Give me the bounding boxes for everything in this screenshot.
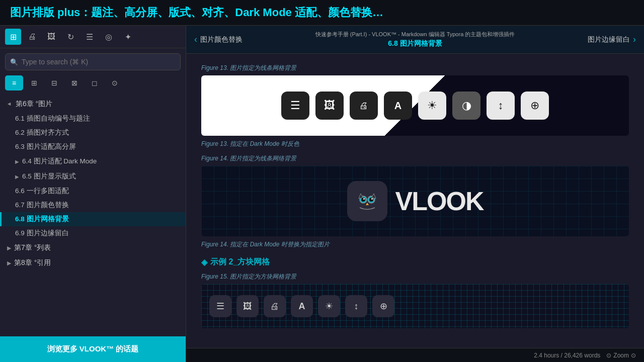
toc-item-6-2[interactable]: 6.2 插图对齐方式	[0, 126, 186, 140]
refresh-icon[interactable]: ↻	[62, 29, 78, 45]
chevron-right-icon-3: ▶	[7, 245, 11, 251]
toc-chapter-8[interactable]: ▶ 第8章 °引用	[0, 255, 186, 270]
fig13a-label: Figure 13. 图片指定为线条网格背景	[201, 64, 629, 72]
filter-tabs: ≡ ⊞ ⊟ ⊠ ◻ ⊙	[0, 75, 186, 95]
status-bar: 2.4 hours / 26,426 words ⊙ Zoom ⊙	[186, 348, 644, 362]
bottom-icon-1: ☰	[209, 295, 231, 317]
content-area: ‹ 图片颜色替换 快速参考手册 (Part.I) - VLOOK™ - Mark…	[186, 26, 644, 362]
fig14b-label: Figure 14. 指定在 Dark Mode 时替换为指定图片	[201, 240, 629, 249]
toc: ▼ 第6章 °图片 6.1 插图自动编号与题注 6.2 插图对齐方式 6.3 图…	[0, 95, 186, 336]
toc-item-6-9[interactable]: 6.9 图片边缘留白	[0, 226, 186, 240]
bottom-icon-2: 🖼	[236, 295, 259, 317]
chevron-right-icon-4: ▶	[7, 260, 11, 266]
nav-prev-arrow: ‹	[194, 34, 197, 45]
chevron-right-icon-2: ▶	[15, 174, 19, 179]
section2-heading: ◈ 示例 2_方块网格	[201, 257, 629, 267]
tab-image[interactable]: ⊞	[25, 75, 43, 90]
print-icon[interactable]: 🖨	[24, 29, 40, 45]
tab-code[interactable]: ⊠	[65, 75, 84, 90]
fig13b-label: Figure 13. 指定在 Dark Mode 时反色	[201, 140, 629, 148]
nav-next[interactable]: 图片边缘留白 ›	[555, 34, 636, 45]
word-count: 2.4 hours / 26,426 words	[534, 352, 600, 359]
image-toolbar-icon[interactable]: 🖼	[43, 29, 59, 45]
icon-spacing: ↕	[487, 92, 515, 120]
figure-14-box: VLOOK	[201, 166, 629, 236]
tab-clock[interactable]: ⊙	[106, 75, 124, 90]
tab-table[interactable]: ⊟	[45, 75, 63, 90]
diamond-icon: ◈	[201, 257, 207, 267]
zoom-control[interactable]: ⊙ Zoom ⊙	[606, 352, 636, 359]
toc-chapter-6[interactable]: ▼ 第6章 °图片	[0, 97, 186, 112]
globe-icon[interactable]: ◎	[101, 29, 117, 45]
fig15-label: Figure 15. 图片指定为方块网格背景	[201, 273, 629, 281]
browse-button[interactable]: 浏览更多 VLOOK™ 的话题	[0, 336, 186, 362]
toc-item-6-5[interactable]: ▶ 6.5 图片显示版式	[0, 169, 186, 184]
search-box: 🔍	[5, 53, 181, 70]
chevron-down-icon: ▼	[7, 102, 13, 107]
bottom-icon-6: ↕	[345, 295, 367, 317]
bottom-icon-5: ☀	[318, 295, 340, 317]
svg-point-4	[369, 198, 373, 202]
icon-list: ☰	[281, 92, 309, 120]
nav-chapter-title: 6.8 图片网格背景	[275, 39, 555, 48]
icon-image: 🖼	[315, 92, 344, 120]
sidebar: ⊞ 🖨 🖼 ↻ ☰ ◎ ✦ 🔍 ≡ ⊞ ⊟ ⊠ ◻ ⊙ ▼ 第6章	[0, 26, 186, 362]
main-layout: ⊞ 🖨 🖼 ↻ ☰ ◎ ✦ 🔍 ≡ ⊞ ⊟ ⊠ ◻ ⊙ ▼ 第6章	[0, 26, 644, 362]
fig14a-label: Figure 14. 图片指定为线条网络背景	[201, 154, 629, 163]
bottom-icon-3: 🖨	[264, 295, 286, 317]
bottom-icons-row: ☰ 🖼 🖨 A ☀ ↕ ⊕	[209, 292, 621, 320]
svg-point-3	[361, 198, 365, 202]
nav-prev[interactable]: ‹ 图片颜色替换	[194, 34, 275, 45]
vlook-logo: VLOOK	[347, 181, 484, 221]
nav-center: 快速参考手册 (Part.I) - VLOOK™ - Markdown 编辑器 …	[275, 31, 555, 48]
nav-prev-label: 图片颜色替换	[200, 35, 243, 44]
icon-moon: ◑	[452, 92, 480, 120]
svg-rect-0	[355, 189, 380, 214]
nav-next-arrow: ›	[633, 34, 636, 45]
list-toolbar-icon[interactable]: ☰	[82, 29, 98, 45]
figure-13-box: ☰ 🖼 🖨 A ☀ ◑ ↕ ⊕	[201, 75, 629, 136]
page-title: 图片排版 plus：题注、高分屏、版式、对齐、Dark Mode 适配、颜色替换…	[10, 5, 634, 20]
toc-item-6-7[interactable]: 6.7 图片颜色替换	[0, 198, 186, 212]
vlook-brand-text: VLOOK	[395, 186, 484, 216]
pin-icon[interactable]: ✦	[120, 29, 136, 45]
sidebar-toolbar: ⊞ 🖨 🖼 ↻ ☰ ◎ ✦	[0, 26, 186, 48]
content-scroll[interactable]: Figure 13. 图片指定为线条网格背景 ☰ 🖼 🖨 A ☀ ◑ ↕ ⊕ F…	[186, 54, 644, 348]
search-icon: 🔍	[10, 58, 18, 66]
nav-next-label: 图片边缘留白	[588, 35, 630, 44]
toc-chapter-7[interactable]: ▶ 第7章 °列表	[0, 240, 186, 255]
toc-item-6-3[interactable]: 6.3 图片适配高分屏	[0, 140, 186, 154]
title-bar: 图片排版 plus：题注、高分屏、版式、对齐、Dark Mode 适配、颜色替换…	[0, 0, 644, 26]
zoom-label: Zoom	[613, 352, 629, 359]
section2-title: 示例 2_方块网格	[210, 257, 270, 267]
toc-item-6-8[interactable]: 6.8 图片网格背景	[0, 212, 186, 226]
tab-text[interactable]: ≡	[5, 75, 23, 90]
svg-point-6	[371, 198, 373, 200]
chevron-right-icon: ▶	[15, 159, 19, 164]
icon-target: ⊕	[521, 92, 549, 120]
nav-breadcrumb: 快速参考手册 (Part.I) - VLOOK™ - Markdown 编辑器 …	[275, 31, 555, 38]
icon-print: 🖨	[350, 92, 378, 120]
zoom-icon: ⊙	[631, 352, 636, 359]
bottom-icon-4: A	[291, 295, 313, 317]
content-nav: ‹ 图片颜色替换 快速参考手册 (Part.I) - VLOOK™ - Mark…	[186, 26, 644, 54]
toc-item-6-4[interactable]: ▶ 6.4 图片适配 Dark Mode	[0, 154, 186, 169]
svg-point-5	[363, 198, 365, 200]
search-input[interactable]	[5, 53, 181, 70]
toc-item-6-1[interactable]: 6.1 插图自动编号与题注	[0, 112, 186, 126]
clock-icon: ⊙	[606, 352, 611, 359]
bottom-icon-7: ⊕	[372, 295, 394, 317]
tab-block[interactable]: ◻	[86, 75, 104, 90]
book-icon[interactable]: ⊞	[5, 29, 21, 45]
icon-sun: ☀	[418, 92, 446, 120]
vlook-owl-icon	[347, 181, 387, 221]
icon-font: A	[384, 92, 412, 120]
figure-15-box: ☰ 🖼 🖨 A ☀ ↕ ⊕	[201, 284, 629, 328]
toc-item-6-6[interactable]: 6.6 一行多图适配	[0, 184, 186, 198]
